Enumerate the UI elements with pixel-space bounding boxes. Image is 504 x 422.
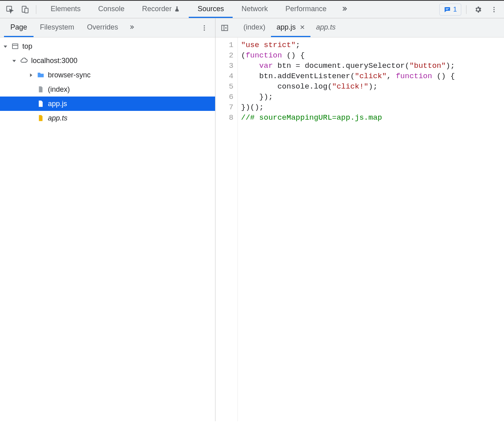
tree-row-file[interactable]: (index) [0,82,215,97]
inspect-element-icon[interactable] [3,3,17,16]
separator [466,5,466,14]
gear-icon [474,6,482,14]
tab-network[interactable]: Network [233,1,277,18]
svg-rect-4 [446,9,448,10]
chevron-double-right-icon [341,5,348,12]
close-icon[interactable]: ✕ [300,24,305,31]
file-gray-icon [37,85,45,93]
svg-point-10 [204,29,205,30]
caret-right-icon [29,73,34,77]
code-line[interactable]: "use strict"; [241,40,504,50]
svg-point-6 [494,9,495,10]
editor-tab[interactable]: app.ts [310,18,341,37]
tabs-overflow[interactable] [335,1,354,18]
editor-tab-label: app.ts [316,23,336,32]
line-number[interactable]: 7 [215,102,233,112]
line-number[interactable]: 8 [215,112,233,123]
tree-label: top [22,42,32,51]
device-toolbar-icon[interactable] [18,3,32,16]
svg-point-9 [204,27,205,28]
kebab-icon [201,24,208,32]
folder-icon [37,71,45,79]
subtab-page[interactable]: Page [4,18,34,37]
tree-row-file[interactable]: browser-sync [0,68,215,82]
code-line[interactable]: //# sourceMappingURL=app.js.map [241,112,504,123]
navigator-more-button[interactable] [198,21,211,35]
main-tabs: Elements Console Recorder Sources Networ… [42,1,437,18]
tab-console[interactable]: Console [89,1,133,18]
line-number[interactable]: 5 [215,81,233,92]
tree-label: app.ts [48,114,67,122]
caret-down-icon [12,59,17,63]
toggle-navigator-button[interactable] [218,21,231,35]
tab-performance[interactable]: Performance [277,1,335,18]
tab-sources[interactable]: Sources [189,1,233,18]
code-line[interactable]: })(); [241,102,504,112]
tree-label: browser-sync [48,71,91,79]
tree-row-file[interactable]: app.ts [0,111,215,125]
tab-recorder[interactable]: Recorder [133,1,189,18]
line-number[interactable]: 2 [215,50,233,61]
editor-tab[interactable]: (index) [238,18,271,37]
line-gutter: 12345678 [215,37,238,421]
tree-label: localhost:3000 [31,57,77,65]
tree-label: (index) [48,85,70,94]
more-menu-button[interactable] [487,3,501,16]
code-content[interactable]: "use strict";(function () { var btn = do… [238,37,504,421]
code-line[interactable]: console.log("click!"); [241,81,504,92]
svg-point-5 [494,7,495,8]
settings-button[interactable] [471,3,485,16]
file-yellow-icon [37,114,45,122]
subtab-overrides[interactable]: Overrides [81,18,125,37]
chevron-double-right-icon [128,24,135,30]
tree-row-top[interactable]: top [0,39,215,53]
svg-rect-13 [222,25,228,30]
svg-rect-3 [446,8,449,9]
subtabs-overflow[interactable] [125,18,139,37]
frame-icon [11,43,19,50]
line-number[interactable]: 6 [215,92,233,102]
navigator-tabs: Page Filesystem Overrides [0,18,215,37]
sources-body: Page Filesystem Overrides top [0,18,504,421]
svg-rect-2 [25,8,28,13]
kebab-icon [490,6,498,13]
tree-row-origin[interactable]: localhost:3000 [0,53,215,68]
devtools-toolbar: Elements Console Recorder Sources Networ… [0,1,504,18]
toolbar-right: 1 [437,3,501,16]
line-number[interactable]: 3 [215,61,233,71]
editor-tab-label: app.js [277,23,296,32]
file-tree: top localhost:3000 browser-sync(index)ap… [0,37,215,421]
subtab-filesystem[interactable]: Filesystem [34,18,81,37]
code-editor[interactable]: 12345678 "use strict";(function () { var… [215,37,504,421]
editor-pane: (index)app.js✕app.ts 12345678 "use stric… [215,18,504,421]
svg-rect-11 [12,44,18,49]
line-number[interactable]: 4 [215,71,233,81]
cloud-icon [20,57,28,65]
panel-left-icon [221,24,229,32]
separator [36,5,36,14]
svg-point-7 [494,11,495,12]
file-white-icon [37,100,45,108]
caret-down-icon [3,44,8,49]
tree-row-file[interactable]: app.js [0,97,215,111]
tree-label: app.js [48,100,67,108]
code-line[interactable]: (function () { [241,50,504,61]
code-line[interactable]: var btn = document.querySelector("button… [241,61,504,71]
editor-tab-label: (index) [243,23,265,32]
editor-tab[interactable]: app.js✕ [271,18,310,37]
toolbar-left-icons [3,3,42,16]
code-line[interactable]: btn.addEventListener("click", function (… [241,71,504,81]
chat-icon [444,6,451,13]
issues-count: 1 [453,6,457,14]
svg-point-8 [204,25,205,26]
navigator-pane: Page Filesystem Overrides top [0,18,215,421]
flask-icon [174,6,180,12]
code-line[interactable]: }); [241,92,504,102]
line-number[interactable]: 1 [215,40,233,50]
tab-elements[interactable]: Elements [42,1,89,18]
issues-button[interactable]: 1 [439,4,461,16]
editor-tabs: (index)app.js✕app.ts [215,18,504,37]
